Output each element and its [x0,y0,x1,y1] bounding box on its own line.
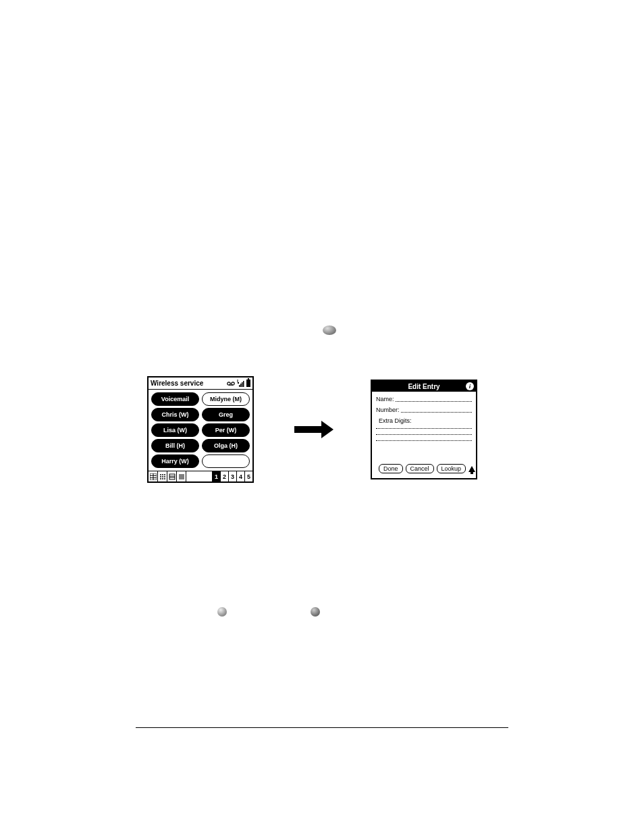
speed-dial-button[interactable]: Bill (H) [151,439,199,452]
svg-point-18 [162,476,163,477]
name-label: Name: [376,396,394,402]
svg-point-22 [164,478,165,479]
extra-digits-label: Extra Digits: [379,417,472,424]
speed-dial-button[interactable]: Harry (W) [151,454,199,468]
view-icon-grid[interactable] [149,471,158,481]
voicemail-icon [227,381,235,386]
dialog-title-bar: Edit Entry i [372,381,476,392]
number-label: Number: [376,407,400,413]
horizontal-rule [136,727,508,728]
number-input[interactable] [401,412,472,413]
view-icon-list[interactable] [177,471,186,481]
dialog-button-row: Done Cancel Lookup [376,462,472,475]
info-icon[interactable]: i [466,382,474,390]
svg-rect-6 [239,385,240,387]
speed-dial-button[interactable]: Lisa (W) [151,423,199,437]
page-number[interactable]: 3 [228,471,236,481]
option-button-icon [217,607,227,617]
name-field-row: Name: [376,396,472,402]
speed-dial-button[interactable]: Greg [202,408,250,421]
svg-point-20 [160,478,161,479]
view-icon-dialpad[interactable] [158,471,167,481]
page-number[interactable]: 1 [212,471,220,481]
svg-rect-9 [243,381,244,387]
speed-dial-grid: Voicemail Midyne (M) Chris (W) Greg Lisa… [149,390,252,471]
menu-button-icon [311,607,320,617]
svg-point-17 [160,476,161,477]
svg-rect-23 [169,474,175,479]
arrow-icon [294,421,333,438]
speed-dial-empty-slot[interactable] [202,454,250,468]
svg-point-0 [227,382,230,384]
figure-row: Wireless service Voicemail Midyne (M) Ch… [147,375,498,484]
extra-digits-line[interactable] [376,440,472,441]
svg-point-1 [232,382,234,384]
phonebook-button-icon [323,325,336,335]
speed-dial-button[interactable]: Olga (H) [202,439,250,452]
carrier-label: Wireless service [151,380,203,387]
page-number[interactable]: 2 [220,471,228,481]
speed-dial-button[interactable]: Per (W) [202,423,250,437]
number-field-row: Number: [376,407,472,413]
speed-dial-button[interactable]: Chris (W) [151,408,199,421]
extra-digits-line[interactable] [376,434,472,435]
dialog-title: Edit Entry [408,383,439,390]
page-number[interactable]: 4 [236,471,244,481]
svg-rect-8 [242,382,243,387]
speed-dial-button[interactable]: Midyne (M) [202,392,250,406]
signal-icon [237,380,244,387]
extra-digits-line[interactable] [376,428,472,429]
done-button[interactable]: Done [379,464,403,473]
svg-point-21 [162,478,163,479]
svg-point-19 [164,476,165,477]
edit-entry-dialog: Edit Entry i Name: Number: Extra Digits: [371,380,477,479]
svg-point-16 [164,474,165,475]
shift-indicator-icon [468,466,475,472]
svg-point-14 [160,474,161,475]
svg-rect-7 [240,384,242,387]
page-number[interactable]: 5 [244,471,252,481]
status-bar: Wireless service [149,377,252,390]
footer-bar: 1 2 3 4 5 [149,471,252,481]
cancel-button[interactable]: Cancel [406,464,434,473]
name-input[interactable] [396,401,472,402]
svg-point-15 [162,474,163,475]
speed-dial-screen: Wireless service Voicemail Midyne (M) Ch… [147,376,254,483]
lookup-button[interactable]: Lookup [437,464,466,473]
speed-dial-button[interactable]: Voicemail [151,392,199,406]
view-icon-contacts[interactable] [167,471,177,481]
battery-icon [246,380,250,387]
page-selector: 1 2 3 4 5 [212,471,252,481]
